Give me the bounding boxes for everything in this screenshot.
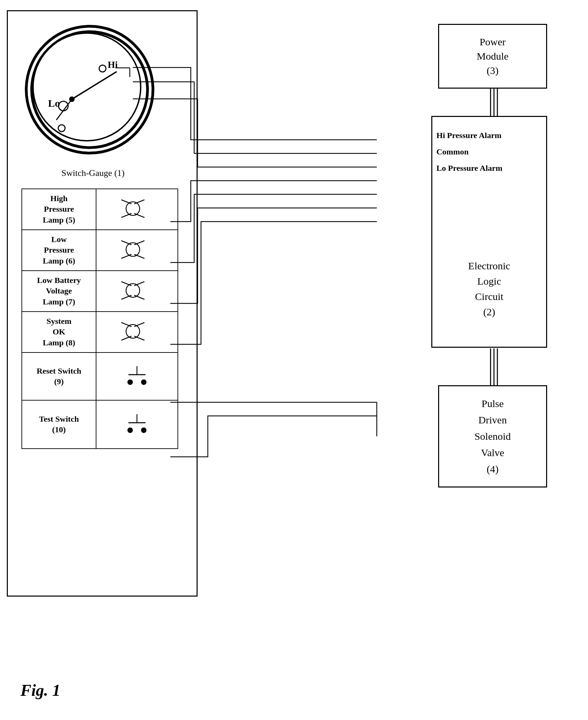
svg-line-3 [72,72,116,99]
svg-line-19 [134,254,144,258]
svg-line-12 [121,213,131,217]
low-pressure-lamp-label: LowPressureLamp (6) [22,230,96,270]
svg-line-28 [134,322,144,327]
left-panel: Lo Hi Switch-Gauge (1) HighPressureLamp … [7,10,198,597]
svg-point-33 [141,379,146,385]
svg-point-20 [126,284,140,297]
svg-text:Hi: Hi [108,59,118,70]
svg-point-15 [126,243,140,256]
low-pressure-lamp-symbol [96,230,177,270]
svg-line-18 [134,241,144,245]
lamp-icon [120,196,154,223]
indicator-panel: HighPressureLamp (5) LowPressureLamp (6) [21,189,178,449]
svg-line-17 [121,254,131,258]
svg-point-32 [127,379,133,385]
test-switch-symbol [96,401,177,448]
page: Lo Hi Switch-Gauge (1) HighPressureLamp … [0,0,588,720]
table-row: HighPressureLamp (5) [22,189,177,230]
svg-line-27 [121,336,131,340]
reset-switch-symbol [96,353,177,400]
svg-point-36 [127,427,133,433]
solenoid-box: PulseDrivenSolenoidValve(4) [438,385,547,487]
svg-point-10 [126,202,140,215]
svg-line-13 [134,200,144,204]
elc-connections: Hi Pressure Alarm Common Lo Pressure Ala… [436,127,502,176]
svg-line-14 [134,213,144,217]
switch-icon [120,364,154,388]
svg-line-29 [134,336,144,340]
svg-text:Lo: Lo [48,97,60,109]
svg-point-25 [126,325,140,338]
table-row: Reset Switch(9) [22,353,177,401]
common-label: Common [436,144,502,160]
switch-icon [120,412,154,436]
low-battery-lamp-symbol [96,271,177,311]
table-row: Test Switch(10) [22,401,177,448]
power-module-box: PowerModule(3) [438,24,547,89]
svg-point-37 [141,427,146,433]
lamp-icon [120,237,154,264]
svg-line-23 [134,282,144,286]
lo-pressure-alarm-label: Lo Pressure Alarm [436,160,502,176]
svg-line-21 [121,282,131,286]
svg-point-2 [58,125,65,132]
svg-line-11 [121,200,131,204]
high-pressure-lamp-label: HighPressureLamp (5) [22,189,96,229]
high-pressure-lamp-symbol [96,189,177,229]
svg-line-16 [121,241,131,245]
table-row: Low BatteryVoltageLamp (7) [22,271,177,312]
svg-line-24 [134,295,144,299]
gauge-area: Lo Hi Switch-Gauge (1) [25,25,161,161]
figure-label: Fig. 1 [20,681,60,700]
power-module-label: PowerModule(3) [477,35,508,78]
reset-switch-label: Reset Switch(9) [22,353,96,400]
gauge-outer: Lo Hi [25,25,154,154]
lamp-icon [120,318,154,346]
system-ok-lamp-label: SystemOKLamp (8) [22,312,96,352]
system-ok-lamp-symbol [96,312,177,352]
svg-point-5 [69,96,75,102]
svg-line-26 [121,322,131,327]
lamp-icon [120,278,154,305]
gauge-svg: Lo Hi [28,28,157,157]
test-switch-label: Test Switch(10) [22,401,96,448]
svg-line-22 [121,295,131,299]
elc-box: Hi Pressure Alarm Common Lo Pressure Ala… [431,116,547,348]
hi-pressure-alarm-label: Hi Pressure Alarm [436,127,502,144]
table-row: SystemOKLamp (8) [22,312,177,353]
low-battery-lamp-label: Low BatteryVoltageLamp (7) [22,271,96,311]
svg-point-1 [99,65,106,72]
elc-title: ElectronicLogicCircuit(2) [432,258,546,319]
solenoid-label: PulseDrivenSolenoidValve(4) [475,395,511,477]
table-row: LowPressureLamp (6) [22,230,177,271]
gauge-label: Switch-Gauge (1) [61,168,125,178]
